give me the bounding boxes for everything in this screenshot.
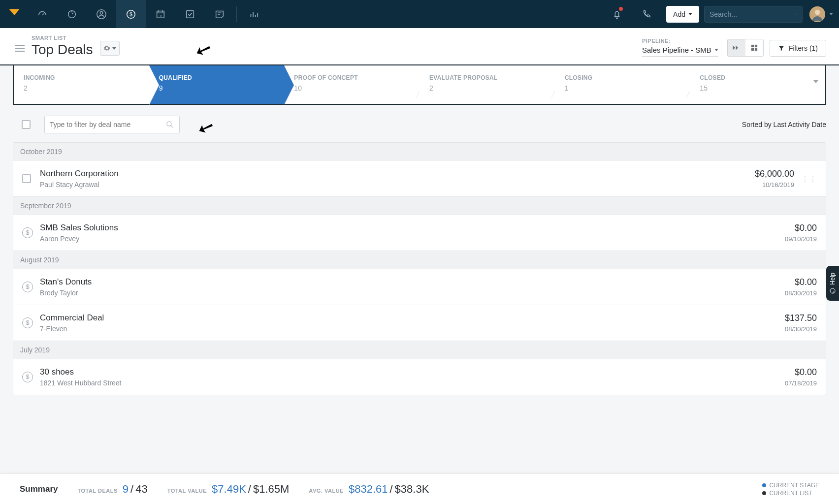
pipeline-label: PIPELINE:	[642, 38, 718, 44]
caret-down-icon	[688, 13, 692, 15]
target-icon[interactable]	[57, 0, 87, 28]
list-view-button[interactable]	[728, 39, 745, 56]
filters-button[interactable]: Filters (1)	[770, 40, 826, 57]
tasks-icon[interactable]	[175, 0, 205, 28]
help-icon: ?	[830, 288, 836, 294]
currency-icon: $	[22, 227, 33, 238]
gear-icon	[103, 45, 110, 52]
deal-row[interactable]: $Stan's DonutsBrody Taylor$0.0008/30/201…	[13, 269, 826, 305]
board-view-button[interactable]	[745, 39, 763, 56]
user-avatar[interactable]	[809, 6, 825, 22]
page-title: Top Deals	[32, 42, 93, 58]
svg-rect-13	[751, 45, 754, 47]
svg-text:31: 31	[159, 14, 162, 17]
deal-name: SMB Sales Solutions	[40, 223, 785, 233]
deal-value: $6,000.00	[755, 169, 794, 179]
group-header: October 2019	[13, 143, 826, 160]
search-icon	[165, 120, 174, 129]
reports-icon[interactable]	[239, 0, 268, 28]
deal-row[interactable]: $30 shoes1821 West Hubbard Street$0.0007…	[13, 359, 826, 395]
svg-rect-9	[187, 10, 194, 18]
calendar-icon[interactable]: 31	[146, 0, 175, 28]
top-nav: $ 31 Add	[0, 0, 839, 28]
stage-closing[interactable]: CLOSING 1	[555, 65, 690, 104]
list-settings-button[interactable]	[100, 41, 120, 56]
deal-contact: Brody Taylor	[40, 289, 785, 297]
search-input[interactable]	[710, 10, 796, 18]
user-menu-caret[interactable]	[829, 13, 833, 15]
global-search[interactable]	[704, 6, 803, 23]
svg-point-3	[100, 11, 103, 14]
deal-value: $0.00	[785, 277, 817, 287]
deals-list: October 2019Northern CorporationPaul Sta…	[13, 142, 826, 395]
deal-contact: 7-Eleven	[40, 325, 785, 333]
svg-point-17	[167, 122, 171, 126]
svg-rect-15	[751, 48, 754, 51]
stage-closed[interactable]: CLOSED 15	[690, 65, 825, 104]
svg-rect-14	[755, 45, 757, 47]
svg-rect-16	[755, 48, 757, 51]
deal-date: 08/30/2019	[785, 289, 817, 297]
stage-evaluate-proposal[interactable]: EVALUATE PROPOSAL 2	[420, 65, 555, 104]
deals-icon[interactable]: $	[116, 0, 146, 28]
pipeline-stages: INCOMING 2 QUALIFIED 9 PROOF OF CONCEPT …	[13, 65, 826, 105]
deal-checkbox[interactable]	[22, 174, 31, 183]
page-header: SMART LIST Top Deals PIPELINE: Sales Pip…	[0, 28, 839, 65]
notifications-icon[interactable]	[602, 0, 632, 28]
deal-filter[interactable]	[44, 116, 180, 133]
svg-text:$: $	[129, 11, 132, 17]
deal-row[interactable]: Northern CorporationPaul Stacy Agrawal$6…	[13, 160, 826, 196]
deal-date: 07/18/2019	[785, 379, 817, 387]
svg-point-12	[815, 9, 820, 15]
caret-down-icon	[813, 80, 818, 83]
stage-qualified[interactable]: QUALIFIED 9	[149, 65, 285, 104]
svg-point-10	[796, 14, 797, 15]
deal-contact: Aaron Pevey	[40, 235, 785, 243]
svg-text:?: ?	[831, 291, 835, 293]
deal-value: $0.00	[785, 223, 817, 233]
deal-name: Commercial Deal	[40, 313, 785, 323]
sidebar-toggle[interactable]	[15, 43, 25, 54]
list-toolbar: Sorted by Last Activity Date	[0, 105, 839, 142]
add-button[interactable]: Add	[666, 6, 699, 23]
deal-row[interactable]: $SMB Sales SolutionsAaron Pevey$0.0009/1…	[13, 215, 826, 251]
app-logo[interactable]	[6, 6, 23, 23]
select-all-checkbox[interactable]	[22, 120, 31, 129]
deal-value: $137.50	[785, 313, 817, 323]
deal-contact: Paul Stacy Agrawal	[40, 181, 755, 189]
deal-date: 10/16/2019	[755, 181, 794, 189]
contacts-icon[interactable]	[87, 0, 116, 28]
help-tab[interactable]: Help ?	[826, 266, 839, 301]
smart-list-label: SMART LIST	[32, 35, 93, 41]
deal-name: Northern Corporation	[40, 169, 755, 179]
funnel-icon	[778, 45, 785, 52]
pipeline-select[interactable]: Sales Pipeline - SMB	[642, 46, 718, 57]
sort-label[interactable]: Sorted by Last Activity Date	[742, 121, 826, 128]
deal-date: 08/30/2019	[785, 325, 817, 333]
view-toggle	[727, 39, 764, 57]
deal-filter-input[interactable]	[50, 121, 165, 128]
drag-handle-icon[interactable]: ⋮⋮	[801, 174, 817, 184]
inbox-icon[interactable]	[205, 0, 234, 28]
dashboard-icon[interactable]	[28, 0, 57, 28]
phone-icon[interactable]	[632, 0, 661, 28]
search-icon	[796, 10, 797, 19]
deal-contact: 1821 West Hubbard Street	[40, 379, 785, 387]
deal-date: 09/10/2019	[785, 235, 817, 243]
group-header: August 2019	[13, 251, 826, 269]
deal-value: $0.00	[785, 367, 817, 378]
deal-name: Stan's Donuts	[40, 277, 785, 287]
caret-down-icon	[714, 49, 718, 51]
currency-icon: $	[22, 372, 33, 382]
stage-proof-of-concept[interactable]: PROOF OF CONCEPT 10	[284, 65, 420, 104]
group-header: July 2019	[13, 341, 826, 359]
stage-incoming[interactable]: INCOMING 2	[14, 65, 149, 104]
group-header: September 2019	[13, 196, 826, 215]
currency-icon: $	[22, 317, 33, 328]
deal-name: 30 shoes	[40, 367, 785, 377]
deal-row[interactable]: $Commercial Deal7-Eleven$137.5008/30/201…	[13, 305, 826, 341]
currency-icon: $	[22, 282, 33, 292]
